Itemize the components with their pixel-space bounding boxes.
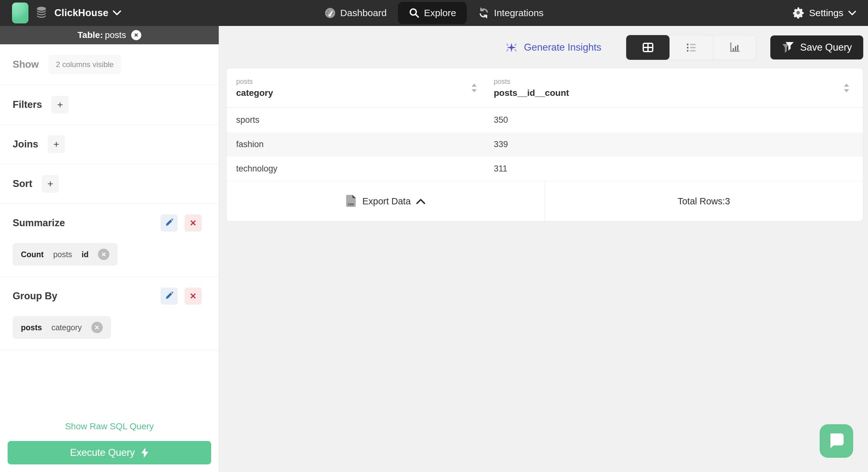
table-name: posts [105, 30, 126, 40]
chip-field: id [82, 250, 89, 259]
export-data-button[interactable]: csv Export Data [227, 181, 545, 221]
column-table-label: posts [236, 78, 273, 86]
nav-item-label: Dashboard [340, 8, 386, 18]
results-table-card: posts category posts posts__id__count [226, 68, 863, 222]
delete-group-by-button[interactable]: ✕ [185, 288, 202, 305]
selected-table-bar: Table:posts ✕ [0, 26, 219, 44]
chevron-down-icon [848, 11, 856, 16]
execute-query-label: Execute Query [70, 447, 135, 459]
export-data-label: Export Data [362, 196, 411, 207]
group-by-section: Group By ✕ posts category ✕ [0, 277, 219, 350]
pencil-icon [165, 218, 174, 228]
add-sort-button[interactable]: + [42, 175, 59, 193]
add-filter-button[interactable]: + [52, 96, 69, 114]
sort-label: Sort [13, 178, 32, 189]
pencil-icon [165, 292, 174, 300]
sort-icon[interactable] [470, 83, 478, 93]
column-name-label: category [236, 88, 273, 98]
settings-menu[interactable]: Settings [792, 7, 856, 19]
gauge-icon [324, 7, 336, 19]
show-label: Show [13, 59, 39, 70]
sparkle-icon [504, 40, 518, 54]
save-query-button[interactable]: Save Query [770, 35, 863, 59]
chip-table: posts [21, 323, 42, 332]
brand-name: ClickHouse [54, 7, 108, 19]
nav-item-label: Explore [424, 8, 456, 18]
sort-icon[interactable] [843, 83, 850, 93]
gear-icon [792, 7, 804, 19]
show-raw-sql-link[interactable]: Show Raw SQL Query [8, 421, 211, 432]
search-icon [409, 8, 420, 18]
bar-chart-icon [727, 40, 742, 55]
remove-group-by-chip-button[interactable]: ✕ [91, 322, 103, 333]
results-panel: Generate Insights [219, 26, 868, 472]
total-rows-label: Total Rows:3 [545, 181, 863, 221]
nav-item-dashboard[interactable]: Dashboard [317, 3, 394, 23]
table-view-button[interactable] [626, 35, 670, 60]
chevron-up-icon [416, 199, 425, 204]
group-by-chip: posts category ✕ [13, 316, 111, 339]
chip-table: posts [53, 250, 72, 259]
generate-insights-link[interactable]: Generate Insights [504, 40, 601, 54]
lightning-bolt-icon [141, 448, 149, 458]
chat-bubble-icon [827, 432, 845, 450]
delete-summarize-button[interactable]: ✕ [185, 214, 202, 232]
funnel-icon [782, 41, 794, 54]
primary-nav: Dashboard Explore Integrations [317, 0, 550, 26]
group-by-label: Group By [13, 290, 57, 302]
chip-field: category [52, 323, 82, 332]
columns-visible-badge[interactable]: 2 columns visible [49, 55, 121, 74]
nav-item-explore[interactable]: Explore [398, 2, 467, 24]
chevron-down-icon [113, 10, 121, 16]
chart-view-button[interactable] [713, 35, 756, 60]
top-nav: ClickHouse Dashboard Explore [0, 0, 868, 26]
table-row[interactable]: technology 311 [227, 156, 863, 181]
edit-group-by-button[interactable] [161, 288, 178, 305]
table-row[interactable]: fashion 339 [227, 132, 863, 156]
cell-count: 350 [494, 115, 863, 125]
save-query-label: Save Query [800, 42, 852, 53]
csv-file-icon: csv [346, 195, 356, 208]
nav-item-integrations[interactable]: Integrations [471, 3, 551, 23]
database-icon [35, 6, 48, 20]
execute-query-button[interactable]: Execute Query [8, 441, 211, 464]
settings-label: Settings [809, 8, 843, 18]
results-toolbar: Generate Insights [226, 35, 863, 60]
sidebar-footer: Show Raw SQL Query Execute Query [0, 421, 219, 472]
cell-category: fashion [227, 140, 494, 149]
summarize-label: Summarize [13, 217, 65, 229]
edit-summarize-button[interactable] [161, 214, 178, 232]
app-root: ClickHouse Dashboard Explore [0, 0, 868, 472]
table-body: sports 350 fashion 339 technology 311 [227, 108, 863, 181]
table-grid-icon [641, 40, 655, 55]
brand-menu[interactable]: ClickHouse [12, 3, 121, 23]
table-header-row: posts category posts posts__id__count [227, 68, 863, 108]
add-join-button[interactable]: + [48, 136, 65, 153]
table-footer: csv Export Data Total Rows:3 [227, 181, 863, 221]
joins-section: Joins + [0, 125, 219, 164]
nav-item-label: Integrations [494, 8, 544, 18]
joins-label: Joins [13, 139, 38, 150]
query-builder-sidebar: Table:posts ✕ Show 2 columns visible Fil… [0, 26, 219, 472]
view-mode-toggle [626, 35, 756, 60]
column-header-category[interactable]: posts category [227, 68, 494, 107]
sync-icon [478, 7, 490, 19]
cell-category: sports [227, 115, 494, 125]
cell-count: 311 [494, 164, 863, 174]
sort-section: Sort + [0, 164, 219, 204]
chat-widget-button[interactable] [819, 424, 853, 458]
remove-table-button[interactable]: ✕ [131, 30, 141, 40]
summarize-section: Summarize ✕ Count posts id ✕ [0, 204, 219, 277]
generate-insights-label: Generate Insights [524, 42, 601, 53]
column-table-label: posts [494, 78, 569, 86]
chip-aggregate: Count [21, 250, 43, 259]
filters-label: Filters [13, 99, 42, 110]
svg-text:csv: csv [348, 202, 354, 206]
column-header-count[interactable]: posts posts__id__count [494, 68, 863, 107]
show-section: Show 2 columns visible [0, 44, 219, 85]
cell-count: 339 [494, 140, 863, 149]
remove-summarize-chip-button[interactable]: ✕ [98, 249, 110, 260]
table-row[interactable]: sports 350 [227, 108, 863, 132]
filters-section: Filters + [0, 85, 219, 125]
list-view-button[interactable] [670, 35, 713, 60]
